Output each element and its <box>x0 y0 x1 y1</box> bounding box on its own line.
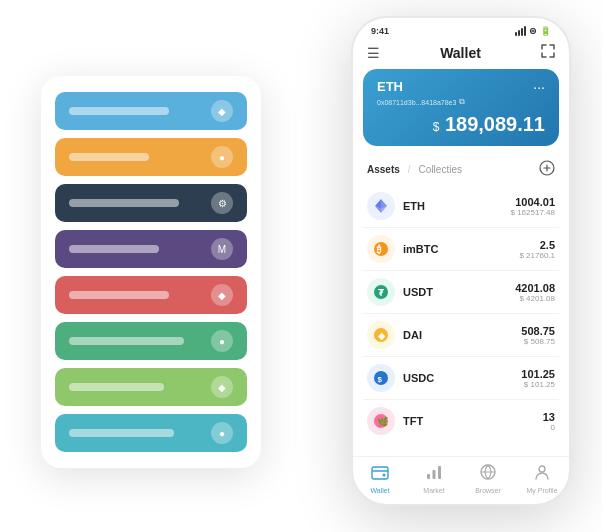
expand-icon[interactable] <box>541 44 555 61</box>
eth-usd: $ 162517.48 <box>511 208 556 217</box>
eth-balance: $ 189,089.11 <box>377 113 545 136</box>
tab-collecties[interactable]: Collecties <box>419 164 462 175</box>
status-time: 9:41 <box>371 26 389 36</box>
wallet-nav-label: Wallet <box>370 487 389 494</box>
svg-point-16 <box>383 474 386 477</box>
card-item-green[interactable]: ● <box>55 322 247 360</box>
add-asset-button[interactable] <box>539 160 555 179</box>
card-icon-1: ◆ <box>211 100 233 122</box>
asset-row-imbtc[interactable]: ₿ imBTC 2.5 $ 21760.1 <box>363 228 559 271</box>
usdc-values: 101.25 $ 101.25 <box>521 368 555 389</box>
card-item-light-green[interactable]: ◆ <box>55 368 247 406</box>
usdt-name: USDT <box>403 286 515 298</box>
phone-header: ☰ Wallet <box>353 40 569 69</box>
card-item-purple[interactable]: M <box>55 230 247 268</box>
usdt-info: USDT <box>403 286 515 298</box>
svg-rect-15 <box>372 467 388 479</box>
profile-nav-label: My Profile <box>526 487 557 494</box>
card-text-6 <box>69 337 184 345</box>
phone-mockup: 9:41 ⊜ 🔋 ☰ Wallet ETH ··· <box>351 16 571 506</box>
asset-list: ETH 1004.01 $ 162517.48 ₿ imBTC 2.5 $ 21… <box>353 185 569 456</box>
svg-text:🌿: 🌿 <box>377 416 389 428</box>
card-text-4 <box>69 245 159 253</box>
assets-header: Assets / Collecties <box>353 156 569 185</box>
eth-info: ETH <box>403 200 511 212</box>
usdc-name: USDC <box>403 372 521 384</box>
signal-icon <box>515 26 526 36</box>
tft-name: TFT <box>403 415 543 427</box>
eth-logo <box>367 192 395 220</box>
profile-nav-icon <box>533 463 551 485</box>
eth-card[interactable]: ETH ··· 0x08711d3b...8418a78e3 ⧉ $ 189,0… <box>363 69 559 146</box>
card-item-orange[interactable]: ● <box>55 138 247 176</box>
card-icon-3: ⚙ <box>211 192 233 214</box>
card-item-dark[interactable]: ⚙ <box>55 184 247 222</box>
dai-logo: ◈ <box>367 321 395 349</box>
tab-divider: / <box>408 164 411 175</box>
card-item-blue[interactable]: ◆ <box>55 92 247 130</box>
bottom-nav: Wallet Market Browser My Profile <box>353 456 569 504</box>
card-text-2 <box>69 153 149 161</box>
copy-icon[interactable]: ⧉ <box>459 97 465 107</box>
usdc-amount: 101.25 <box>521 368 555 380</box>
dai-info: DAI <box>403 329 521 341</box>
card-item-teal[interactable]: ● <box>55 414 247 452</box>
page-title: Wallet <box>440 45 481 61</box>
tft-info: TFT <box>403 415 543 427</box>
eth-more-button[interactable]: ··· <box>533 79 545 95</box>
wifi-icon: ⊜ <box>529 26 537 36</box>
card-icon-4: M <box>211 238 233 260</box>
usdc-logo: $ <box>367 364 395 392</box>
usdt-amount: 4201.08 <box>515 282 555 294</box>
asset-row-eth[interactable]: ETH 1004.01 $ 162517.48 <box>363 185 559 228</box>
usdt-usd: $ 4201.08 <box>515 294 555 303</box>
assets-tabs: Assets / Collecties <box>367 164 462 175</box>
eth-name: ETH <box>403 200 511 212</box>
card-text-5 <box>69 291 169 299</box>
status-bar: 9:41 ⊜ 🔋 <box>353 18 569 40</box>
eth-amount: 1004.01 <box>511 196 556 208</box>
tft-values: 13 0 <box>543 411 555 432</box>
eth-address: 0x08711d3b...8418a78e3 ⧉ <box>377 97 545 107</box>
svg-text:₮: ₮ <box>378 288 385 298</box>
card-text-8 <box>69 429 174 437</box>
card-icon-7: ◆ <box>211 376 233 398</box>
status-icons: ⊜ 🔋 <box>515 26 551 36</box>
dai-usd: $ 508.75 <box>521 337 555 346</box>
svg-rect-19 <box>438 466 441 479</box>
imbtc-amount: 2.5 <box>519 239 555 251</box>
imbtc-usd: $ 21760.1 <box>519 251 555 260</box>
svg-text:◈: ◈ <box>377 331 386 341</box>
wallet-nav-icon <box>371 463 389 485</box>
usdt-logo: ₮ <box>367 278 395 306</box>
card-icon-5: ◆ <box>211 284 233 306</box>
eth-card-header: ETH ··· <box>377 79 545 95</box>
dai-name: DAI <box>403 329 521 341</box>
card-item-red[interactable]: ◆ <box>55 276 247 314</box>
browser-nav-icon <box>479 463 497 485</box>
eth-values: 1004.01 $ 162517.48 <box>511 196 556 217</box>
nav-market[interactable]: Market <box>407 463 461 494</box>
eth-card-label: ETH <box>377 79 403 94</box>
imbtc-name: imBTC <box>403 243 519 255</box>
asset-row-usdt[interactable]: ₮ USDT 4201.08 $ 4201.08 <box>363 271 559 314</box>
card-icon-2: ● <box>211 146 233 168</box>
menu-icon[interactable]: ☰ <box>367 45 380 61</box>
dai-amount: 508.75 <box>521 325 555 337</box>
market-nav-icon <box>425 463 443 485</box>
asset-row-tft[interactable]: 🌿 TFT 13 0 <box>363 400 559 442</box>
card-text-3 <box>69 199 179 207</box>
tft-amount: 13 <box>543 411 555 423</box>
nav-browser[interactable]: Browser <box>461 463 515 494</box>
browser-nav-label: Browser <box>475 487 501 494</box>
imbtc-info: imBTC <box>403 243 519 255</box>
asset-row-dai[interactable]: ◈ DAI 508.75 $ 508.75 <box>363 314 559 357</box>
card-stack: ◆ ● ⚙ M ◆ ● ◆ ● <box>41 76 261 468</box>
asset-row-usdc[interactable]: $ USDC 101.25 $ 101.25 <box>363 357 559 400</box>
tab-assets[interactable]: Assets <box>367 164 400 175</box>
svg-text:$: $ <box>378 375 383 384</box>
imbtc-logo: ₿ <box>367 235 395 263</box>
nav-wallet[interactable]: Wallet <box>353 463 407 494</box>
nav-profile[interactable]: My Profile <box>515 463 569 494</box>
usdt-values: 4201.08 $ 4201.08 <box>515 282 555 303</box>
